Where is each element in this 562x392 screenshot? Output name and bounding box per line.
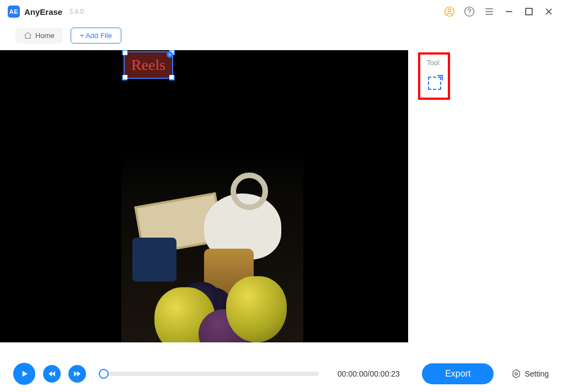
window-minimize-icon[interactable] bbox=[504, 6, 515, 17]
user-account-icon[interactable] bbox=[444, 6, 455, 17]
timeline-thumb[interactable] bbox=[99, 369, 109, 379]
rewind-icon bbox=[48, 370, 56, 378]
svg-point-6 bbox=[515, 373, 518, 375]
add-file-button-label: + Add File bbox=[80, 31, 112, 40]
tool-label: Tool: bbox=[427, 59, 441, 67]
selection-handle-bl[interactable] bbox=[122, 75, 127, 80]
home-button[interactable]: Home bbox=[15, 28, 63, 44]
selection-close-icon[interactable]: × bbox=[167, 51, 173, 58]
forward-icon bbox=[73, 370, 81, 378]
window-close-icon[interactable] bbox=[543, 6, 554, 17]
side-panel: Tool: bbox=[408, 50, 450, 342]
timecode: 00:00:00/00:00:23 bbox=[338, 369, 400, 378]
help-icon[interactable] bbox=[464, 6, 475, 17]
pear-graphic bbox=[226, 276, 287, 342]
watermark-selection[interactable]: Reels × bbox=[124, 51, 173, 79]
window-maximize-icon[interactable] bbox=[523, 6, 534, 17]
watermark-text: Reels bbox=[131, 56, 165, 74]
export-button[interactable]: Export bbox=[422, 363, 494, 384]
play-button[interactable] bbox=[13, 363, 35, 385]
video-frame bbox=[121, 50, 303, 342]
video-canvas[interactable]: Reels × bbox=[0, 50, 408, 342]
player-controls: 00:00:00/00:00:23 Export Setting bbox=[0, 356, 562, 392]
export-button-label: Export bbox=[445, 369, 470, 378]
svg-rect-4 bbox=[526, 8, 532, 15]
timeline-slider[interactable] bbox=[104, 372, 319, 376]
setting-button[interactable]: Setting bbox=[511, 369, 549, 379]
svg-marker-5 bbox=[513, 370, 520, 378]
app-version: 3.4.0 bbox=[69, 8, 84, 15]
selection-tool-icon[interactable] bbox=[428, 77, 441, 90]
app-name: AnyErase bbox=[24, 7, 62, 17]
title-bar-right bbox=[444, 6, 554, 17]
title-bar: AnyErase 3.4.0 bbox=[0, 0, 562, 23]
forward-button[interactable] bbox=[68, 365, 86, 383]
svg-point-3 bbox=[469, 13, 470, 14]
svg-point-1 bbox=[448, 9, 451, 12]
home-icon bbox=[24, 31, 32, 40]
title-bar-left: AnyErase 3.4.0 bbox=[8, 6, 84, 18]
add-file-button[interactable]: + Add File bbox=[71, 28, 121, 44]
setting-label: Setting bbox=[524, 369, 549, 378]
mug-graphic bbox=[132, 238, 176, 282]
toolbar: Home + Add File bbox=[0, 23, 562, 50]
rewind-button[interactable] bbox=[43, 365, 61, 383]
menu-icon[interactable] bbox=[484, 6, 495, 17]
home-button-label: Home bbox=[35, 31, 55, 40]
play-icon bbox=[20, 369, 29, 378]
app-logo-icon bbox=[8, 6, 20, 18]
tool-panel-highlight: Tool: bbox=[418, 52, 450, 100]
selection-handle-tl[interactable] bbox=[122, 50, 127, 55]
selection-handle-br[interactable] bbox=[169, 75, 175, 80]
gear-icon bbox=[511, 369, 521, 379]
workspace: Reels × Tool: bbox=[0, 50, 562, 342]
